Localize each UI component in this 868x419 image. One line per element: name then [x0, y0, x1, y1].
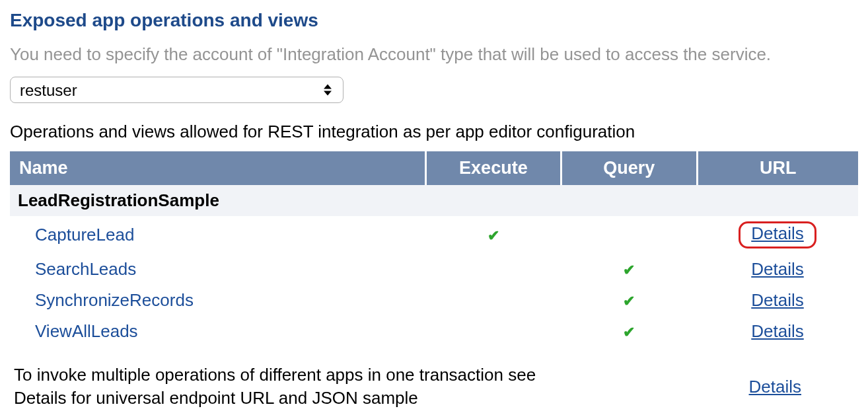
- table-row: SynchronizeRecords✔Details: [10, 285, 858, 316]
- checkmark-icon: ✔: [623, 324, 635, 340]
- footer-details-link[interactable]: Details: [749, 377, 801, 397]
- details-link[interactable]: Details: [751, 259, 803, 279]
- checkmark-icon: ✔: [488, 227, 499, 244]
- column-header-execute: Execute: [425, 151, 561, 185]
- details-link[interactable]: Details: [751, 290, 803, 310]
- details-link[interactable]: Details: [751, 321, 803, 341]
- table-row: CaptureLead✔Details: [10, 216, 858, 254]
- group-name: LeadRegistrationSample: [10, 185, 858, 216]
- column-header-name: Name: [10, 151, 425, 185]
- operation-name: SynchronizeRecords: [35, 290, 194, 310]
- operation-name: SearchLeads: [35, 259, 136, 279]
- table-row: SearchLeads✔Details: [10, 254, 858, 285]
- operations-table: Name Execute Query URL LeadRegistrationS…: [10, 151, 858, 347]
- account-select-wrapper: restuser: [10, 77, 344, 103]
- account-instruction-text: You need to specify the account of "Inte…: [10, 44, 858, 65]
- column-header-query: Query: [561, 151, 697, 185]
- details-highlight: Details: [739, 221, 816, 248]
- table-row: ViewAllLeads✔Details: [10, 316, 858, 347]
- account-select[interactable]: restuser: [10, 77, 344, 103]
- group-row: LeadRegistrationSample: [10, 185, 858, 216]
- footer-text: To invoke multiple operations of differe…: [14, 363, 562, 410]
- details-link[interactable]: Details: [751, 223, 803, 243]
- page-title: Exposed app operations and views: [10, 10, 858, 31]
- operation-name: ViewAllLeads: [35, 321, 138, 341]
- footer-row: To invoke multiple operations of differe…: [10, 363, 858, 410]
- operations-subheading: Operations and views allowed for REST in…: [10, 122, 858, 142]
- operation-name: CaptureLead: [35, 225, 134, 245]
- checkmark-icon: ✔: [623, 293, 635, 309]
- column-header-url: URL: [697, 151, 858, 185]
- checkmark-icon: ✔: [623, 262, 635, 278]
